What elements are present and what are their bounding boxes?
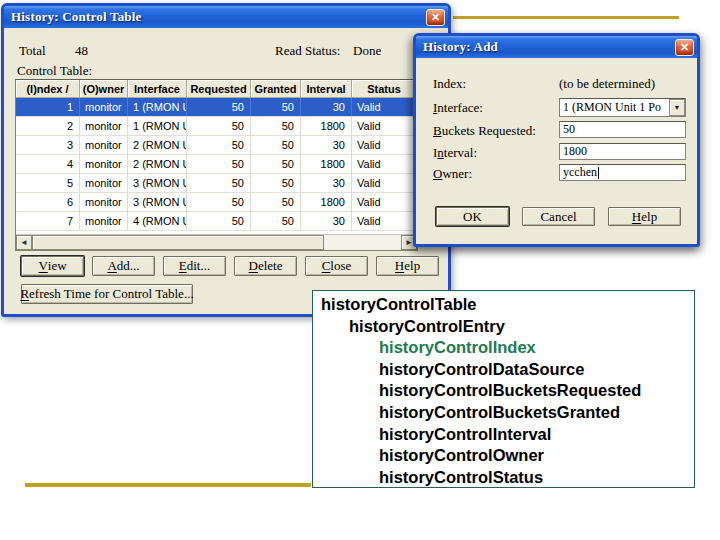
mib-line: historyControlEntry	[313, 316, 694, 338]
button-row: View Add... Edit... Delete Close Help	[21, 256, 439, 276]
cell-index: 7	[16, 212, 80, 230]
column-header-granted[interactable]: Granted	[251, 80, 301, 98]
cell-status: Valid	[352, 212, 417, 230]
mib-line: historyControlInterval	[313, 424, 694, 446]
index-value: (to be determined)	[559, 76, 655, 92]
cell-interface: 3 (RMON U	[128, 174, 187, 192]
table-header-row: (I)ndex / (O)wner Interface Requested Gr…	[16, 80, 417, 98]
table-row[interactable]: 3 monitor 2 (RMON U 50 50 30 Valid	[16, 136, 417, 155]
mib-line: historyControlOwner	[313, 445, 694, 467]
cell-interface: 1 (RMON U	[128, 98, 187, 116]
close-button[interactable]: Close	[305, 256, 368, 276]
column-header-interval[interactable]: Interval	[301, 80, 352, 98]
view-button[interactable]: View	[21, 256, 84, 276]
add-button[interactable]: Add...	[92, 256, 155, 276]
text-caret	[598, 167, 599, 179]
cell-status: Valid	[352, 193, 417, 211]
cell-interval: 30	[301, 174, 352, 192]
owner-input[interactable]: ycchen	[559, 164, 686, 181]
cancel-button[interactable]: Cancel	[522, 207, 595, 226]
read-status-value: Done	[353, 43, 381, 59]
scrollbar-thumb[interactable]	[32, 235, 324, 250]
interval-input[interactable]: 1800	[559, 143, 686, 160]
control-table: (I)ndex / (O)wner Interface Requested Gr…	[15, 79, 418, 251]
cell-requested: 50	[187, 136, 251, 154]
mib-line: historyControlBucketsGranted	[313, 402, 694, 424]
edit-button[interactable]: Edit...	[163, 256, 226, 276]
cell-requested: 50	[187, 155, 251, 173]
table-body: 1 monitor 1 (RMON U 50 50 30 Valid 2 mon…	[16, 98, 417, 234]
cell-status: Valid	[352, 174, 417, 192]
cell-status: Valid	[352, 136, 417, 154]
buckets-requested-input[interactable]: 50	[559, 121, 686, 138]
cell-requested: 50	[187, 117, 251, 135]
slide-canvas: History: Control Table ✕ Total 48 Read S…	[0, 0, 720, 540]
help-button[interactable]: Help	[608, 207, 681, 226]
close-icon[interactable]: ✕	[675, 39, 694, 56]
cell-interface: 2 (RMON U	[128, 136, 187, 154]
mib-tree-box: historyControlTable historyControlEntry …	[312, 290, 695, 488]
mib-line: historyControlStatus	[313, 467, 694, 489]
cell-index: 5	[16, 174, 80, 192]
column-header-index[interactable]: (I)ndex /	[16, 80, 80, 98]
titlebar-control-table[interactable]: History: Control Table ✕	[4, 6, 448, 28]
column-header-owner[interactable]: (O)wner	[80, 80, 128, 98]
cell-granted: 50	[251, 117, 301, 135]
table-row[interactable]: 5 monitor 3 (RMON U 50 50 30 Valid	[16, 174, 417, 193]
scroll-left-icon[interactable]: ◄	[16, 235, 32, 250]
chevron-down-icon[interactable]: ▼	[669, 99, 685, 116]
cell-granted: 50	[251, 193, 301, 211]
owner-label: Owner:	[433, 166, 472, 182]
mib-line: historyControlDataSource	[313, 359, 694, 381]
cell-owner: monitor	[80, 174, 128, 192]
cell-index: 4	[16, 155, 80, 173]
decor-line-top	[453, 16, 679, 19]
window-history-add: History: Add ✕ Index: (to be determined)…	[413, 33, 700, 247]
buckets-requested-label: Buckets Requested:	[433, 123, 536, 139]
column-header-status[interactable]: Status	[352, 80, 417, 98]
help-button[interactable]: Help	[376, 256, 439, 276]
interface-dropdown[interactable]: 1 (RMON Unit 1 Po ▼	[559, 98, 686, 117]
table-row[interactable]: 4 monitor 2 (RMON U 50 50 1800 Valid	[16, 155, 417, 174]
table-row[interactable]: 2 monitor 1 (RMON U 50 50 1800 Valid	[16, 117, 417, 136]
cell-index: 2	[16, 117, 80, 135]
cell-owner: monitor	[80, 212, 128, 230]
cell-granted: 50	[251, 212, 301, 230]
titlebar-history-add[interactable]: History: Add ✕	[416, 36, 697, 58]
cell-index: 3	[16, 136, 80, 154]
cell-owner: monitor	[80, 117, 128, 135]
total-label: Total	[19, 43, 46, 59]
cell-index: 6	[16, 193, 80, 211]
window-title: History: Control Table	[11, 9, 142, 25]
refresh-time-button[interactable]: Refresh Time for Control Table...	[21, 284, 193, 304]
table-row[interactable]: 1 monitor 1 (RMON U 50 50 30 Valid	[16, 98, 417, 117]
cell-interface: 3 (RMON U	[128, 193, 187, 211]
cell-granted: 50	[251, 136, 301, 154]
dialog-button-row: OK Cancel Help	[436, 207, 681, 226]
delete-button[interactable]: Delete	[234, 256, 297, 276]
cell-granted: 50	[251, 174, 301, 192]
interface-label: Interface:	[433, 100, 483, 116]
table-row[interactable]: 6 monitor 3 (RMON U 50 50 1800 Valid	[16, 193, 417, 212]
scrollbar-track[interactable]	[324, 235, 401, 250]
cell-interval: 1800	[301, 193, 352, 211]
cell-owner: monitor	[80, 155, 128, 173]
cell-requested: 50	[187, 174, 251, 192]
cell-interval: 1800	[301, 155, 352, 173]
horizontal-scrollbar[interactable]: ◄ ►	[16, 234, 417, 250]
column-header-interface[interactable]: Interface	[128, 80, 187, 98]
column-header-requested[interactable]: Requested	[187, 80, 251, 98]
table-row[interactable]: 7 monitor 4 (RMON U 50 50 30 Valid	[16, 212, 417, 231]
ok-button[interactable]: OK	[436, 207, 509, 226]
decor-line-bottom	[25, 483, 311, 487]
cell-granted: 50	[251, 155, 301, 173]
cell-status: Valid	[352, 117, 417, 135]
cell-granted: 50	[251, 98, 301, 116]
close-icon[interactable]: ✕	[426, 9, 445, 26]
cell-interface: 1 (RMON U	[128, 117, 187, 135]
cell-interval: 1800	[301, 117, 352, 135]
total-value: 48	[75, 43, 88, 59]
mib-line: historyControlTable	[313, 294, 694, 316]
cell-interface: 4 (RMON U	[128, 212, 187, 230]
control-table-label: Control Table:	[17, 63, 92, 79]
